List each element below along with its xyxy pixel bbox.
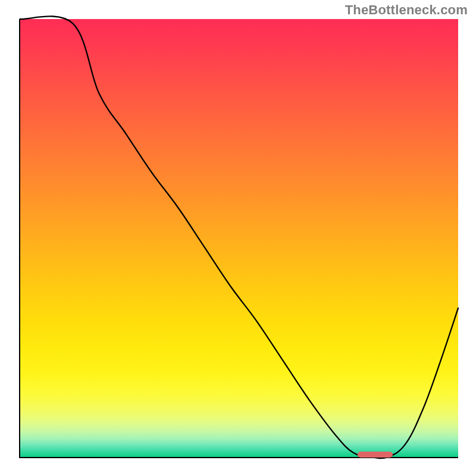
bottleneck-chart: TheBottleneck.com — [0, 0, 476, 476]
watermark-text: TheBottleneck.com — [345, 2, 468, 18]
chart-plot-area — [19, 19, 458, 458]
